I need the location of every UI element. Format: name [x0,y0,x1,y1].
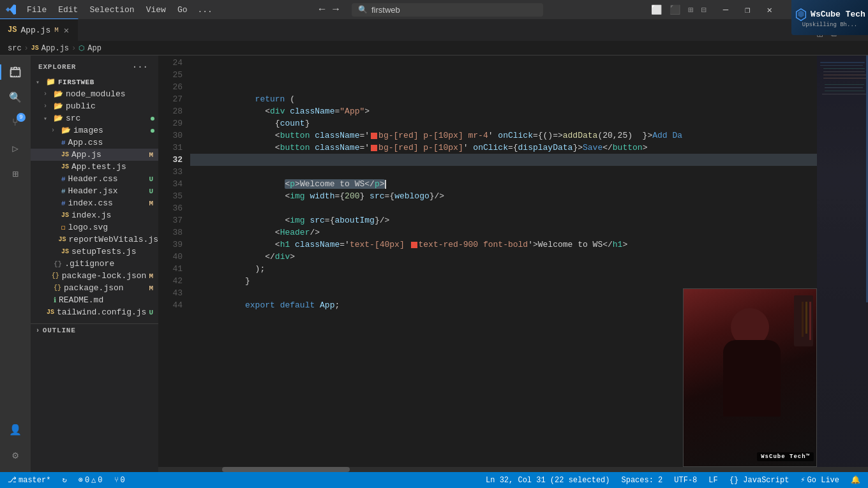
status-remote[interactable]: ⑂ 0 [112,475,128,486]
tree-header-jsx[interactable]: # Header.jsx U [31,185,158,197]
line-num: 37 [158,214,183,226]
grid-icon[interactable]: ⊟ [698,3,708,17]
wscube-hex-icon [794,8,808,22]
tree-node-modules[interactable]: › 📂 node_modules [31,88,158,100]
line-num: 42 [158,275,183,287]
tab-modified-badge: M [54,26,59,34]
nav-back-icon[interactable]: ← [317,3,328,17]
close-button[interactable]: ✕ [760,2,780,18]
editor-content: 24 25 26 27 28 29 30 31 32 33 34 35 36 3… [158,55,868,467]
status-spaces[interactable]: Spaces: 2 [618,475,665,486]
status-position[interactable]: Ln 32, Col 31 (22 selected) [483,475,612,486]
tree-tailwind[interactable]: JS tailwind.config.js U [31,306,158,318]
tab-appjs[interactable]: JS App.js M ✕ [0,18,79,41]
branch-icon: ⎇ [8,475,17,485]
activity-extensions[interactable]: ⊞ [4,163,27,186]
activity-bottom: 👤 ⚙ [4,418,27,467]
horizontal-scrollbar[interactable] [158,467,868,472]
folder-icon: 📂 [54,89,63,99]
search-bar[interactable]: 🔍 [352,3,543,17]
breadcrumb-appjs[interactable]: App.js [41,44,69,53]
status-language[interactable]: {} JavaScript [727,475,792,486]
git-badge: 9 [17,113,26,122]
main-layout: 🔍 ⑂ 9 ▷ ⊞ 👤 ⚙ EXPLORER ··· ▾ 📁 FIRSTWEB … [0,55,868,472]
customize-layout-icon[interactable]: ⊞ [685,3,696,17]
nav-forward-icon[interactable]: → [330,3,341,17]
menu-edit[interactable]: Edit [53,3,83,17]
tree-setup[interactable]: JS setupTests.js [31,246,158,258]
activity-debug[interactable]: ▷ [4,137,27,160]
sidebar-more-icon[interactable]: ··· [130,61,151,73]
menu-selection[interactable]: Selection [84,3,139,17]
status-branch[interactable]: ⎇ master* [5,474,53,486]
toggle-panel-icon[interactable]: ⬛ [667,3,683,17]
code-line-25 [190,69,817,81]
menu-file[interactable]: File [22,3,52,17]
tree-public[interactable]: › 📂 public [31,100,158,112]
breadcrumb-js-icon: JS [31,45,39,52]
line-num: 33 [158,166,183,178]
tree-package-json[interactable]: {} package.json M [31,282,158,294]
wscube-title: WsCube Tech [811,10,865,19]
expand-arrow-icon: ▾ [43,115,51,122]
status-errors[interactable]: ⊗ 0 △ 0 [76,474,105,486]
activity-settings[interactable]: ⚙ [4,444,27,467]
tree-src[interactable]: ▾ 📂 src [31,112,158,124]
line-numbers: 24 25 26 27 28 29 30 31 32 33 34 35 36 3… [158,55,190,467]
tree-package-lock[interactable]: {} package-lock.json M [31,270,158,282]
status-bell[interactable]: 🔔 [848,474,863,486]
jsx-file-icon: # [61,188,66,195]
line-num: 25 [158,69,183,81]
tree-app-css[interactable]: # App.css [31,137,158,149]
tree-images[interactable]: › 📂 images [31,124,158,137]
menu-view[interactable]: View [141,3,171,17]
maximize-button[interactable]: ❐ [737,2,758,18]
untracked-badge: U [149,188,153,195]
tab-bar: JS App.js M ✕ ◫ ⧉ ··· [0,19,868,41]
tree-logo-svg[interactable]: ◻ logo.svg [31,221,158,233]
tree-readme[interactable]: ℹ README.md [31,294,158,306]
modified-badge: M [149,151,153,159]
tree-report[interactable]: JS reportWebVitals.js [31,233,158,246]
tree-header-css[interactable]: # Header.css U [31,173,158,185]
status-sync[interactable]: ↻ [59,474,69,486]
activity-search[interactable]: 🔍 [4,86,27,109]
root-folder-name: FIRSTWEB [58,78,158,86]
video-person: WsCube Tech™ [684,289,816,466]
tree-index-css[interactable]: # index.css M [31,197,158,209]
tree-root-firstweb[interactable]: ▾ 📁 FIRSTWEB [31,76,158,88]
outline-header[interactable]: › OUTLINE [31,324,158,337]
go-live-icon: ⚡ [800,475,805,485]
tab-close-icon[interactable]: ✕ [63,24,70,37]
minimize-button[interactable]: — [715,2,736,17]
activity-account[interactable]: 👤 [4,418,27,441]
line-num: 30 [158,129,183,142]
file-index-js: index.js [71,211,158,220]
code-line-41: } [190,263,817,275]
file-images: images [73,126,148,135]
activity-git[interactable]: ⑂ 9 [4,112,27,135]
scrollbar-thumb[interactable] [222,467,350,472]
line-num: 41 [158,263,183,275]
line-num: 28 [158,105,183,117]
search-input[interactable] [371,5,537,15]
status-go-live[interactable]: ⚡ Go Live [798,474,842,486]
activity-explorer[interactable] [4,61,27,84]
tree-app-js[interactable]: JS App.js M [31,149,158,161]
error-icon: ⊗ [79,475,83,485]
split-editor-icon[interactable]: ⬜ [648,3,664,17]
status-line-ending[interactable]: LF [706,475,720,486]
breadcrumb-src[interactable]: src [8,44,22,53]
tree-app-test[interactable]: JS App.test.js [31,161,158,173]
menu-go[interactable]: Go [172,3,193,17]
menu-more-icon[interactable]: ... [193,3,216,17]
status-encoding[interactable]: UTF-8 [671,475,700,486]
tree-index-js[interactable]: JS index.js [31,209,158,221]
breadcrumb-app[interactable]: App [87,44,101,53]
code-line-32[interactable]: 💡 <p>Welcome to WS</p> [190,154,817,166]
line-num: 27 [158,93,183,105]
sidebar-title: EXPLORER [38,63,76,71]
nav-arrows: ← → [317,3,341,17]
js-file-icon: JS [59,236,66,243]
tree-gitignore[interactable]: {} .gitignore [31,258,158,270]
